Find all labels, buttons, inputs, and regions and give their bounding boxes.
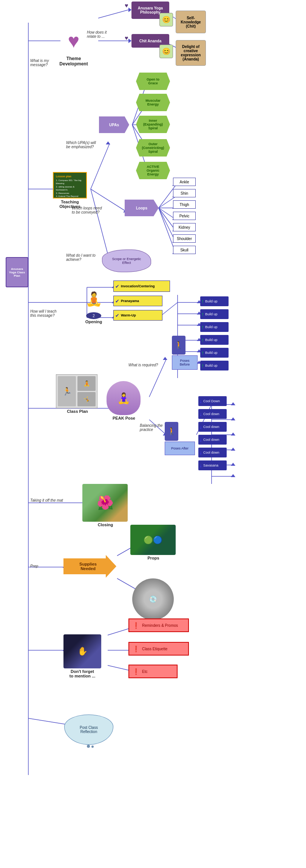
loops-box: Loops: [125, 200, 159, 216]
cooldown-text-0: Cool Down: [203, 399, 220, 403]
svg-marker-79: [231, 448, 235, 451]
main-label-full: AnusaraYoga ClassPlan: [9, 267, 25, 277]
cooldown-text-2: Cool down: [203, 425, 219, 429]
svg-marker-12: [106, 141, 110, 144]
chit-ananda-text: Chit Ananda: [139, 39, 162, 43]
question-loops: Which loops needto be conveyed?: [72, 206, 102, 214]
buildup-4: ↑ Build up: [200, 348, 229, 358]
etiquette-text: Class Etiquette: [142, 647, 167, 651]
question-upa: Which UPA(s) willbe emphasized?: [66, 141, 96, 149]
check2: ✔: [115, 298, 119, 304]
question-offmat: Taking it off the mat: [30, 498, 63, 502]
self-knowledge-text: Self-Knowledge(Chit): [181, 16, 201, 28]
svg-marker-67: [163, 357, 167, 360]
up-arrow-4: ↑: [201, 350, 204, 356]
supplies-box: SuppliesNeeded: [63, 555, 116, 578]
upa-item-2: Inner(Expanding)Spiral: [136, 116, 170, 133]
reminders-box: ❗ Reminders & Promos: [128, 618, 189, 632]
closing-image: 🌺: [82, 484, 128, 522]
warmup-box: ✔ Warm-Up: [113, 310, 162, 321]
upa-item-3: Outer(Constricting)Spiral: [136, 139, 170, 157]
down-arrow-sav: ↓: [199, 462, 202, 468]
dontforget-image: ✋: [63, 634, 101, 668]
chit-row: ♥: [125, 35, 128, 42]
svg-marker-81: [231, 463, 235, 466]
up-arrow-5: ↑: [201, 363, 204, 369]
loop-item-shoulder: Shoulder: [173, 234, 196, 243]
reflection-text: Post ClassReflection: [80, 725, 98, 734]
svg-marker-73: [231, 402, 235, 405]
upas-text: UPAs: [109, 123, 119, 127]
down-arrow-2: ↓: [199, 424, 202, 430]
smiley1: 😊: [159, 13, 173, 26]
pranayama-box: ✔ Pranayama: [113, 296, 162, 306]
main-label-box2: AnusaraYoga ClassPlan: [6, 257, 28, 287]
etc-text: Etc: [142, 670, 147, 674]
check3: ✔: [115, 313, 119, 318]
warmup-text: Warm-Up: [121, 313, 136, 317]
buildup-text-3: Build up: [205, 338, 218, 342]
teaching-obj-image: Lesson plan 1. Compass 001: "the big ble…: [53, 172, 87, 198]
self-knowledge-box: Self-Knowledge(Chit): [176, 11, 206, 33]
buildup-text-4: Build up: [205, 351, 218, 355]
poses-before-icon: 🚶: [172, 336, 185, 355]
invocation-box: ✔ Invocation/Centering: [113, 281, 170, 292]
loop-item-ankle: Ankle: [173, 178, 196, 186]
etc-box: ❗ Etc: [128, 665, 178, 678]
cooldown-text-4: Cool down: [203, 451, 219, 454]
pranayama-text: Pranayama: [121, 299, 139, 303]
opening-number: 2: [86, 312, 101, 319]
question-teach: How will I teachthis message?: [30, 309, 56, 318]
poses-before-box: PosesBefore: [172, 355, 198, 370]
down-arrow-0: ↓: [199, 398, 202, 404]
loop-item-kidney: Kidney: [173, 223, 196, 231]
buildup-text-1: Build up: [205, 312, 218, 316]
buildup-3: ↑ Build up: [200, 335, 229, 345]
question-required: What is required?: [128, 363, 158, 367]
exclaim2: ❗: [132, 645, 140, 653]
svg-line-11: [91, 144, 110, 189]
question-achieve: What do I want toachieve?: [66, 253, 96, 262]
upa-item-4: ACTIVEOrganic Energy: [136, 162, 170, 179]
svg-marker-75: [231, 417, 235, 420]
question-balancing: Balancing thepractice: [140, 423, 163, 432]
up-arrow-0: ↑: [201, 298, 204, 304]
peak-pose-label: PEAK Pose: [108, 416, 140, 420]
loops-text: Loops: [136, 206, 147, 210]
class-plan-image: 🏃 🧘 🤸: [56, 374, 97, 408]
up-arrow-2: ↑: [201, 324, 204, 330]
peak-pose-image: 🧘‍♀️: [107, 381, 141, 415]
philosophy-text: Anusara YogaPhilosophy: [138, 6, 163, 14]
supplies-text: SuppliesNeeded: [79, 562, 97, 571]
down-arrow-1: ↓: [199, 411, 202, 417]
loop-item-shin: Shin: [173, 189, 196, 197]
up-arrow-3: ↑: [201, 337, 204, 343]
buildup-2: ↑ Build up: [200, 322, 229, 332]
buildup-1: ↑ Build up: [200, 309, 229, 319]
scope-text: Scope or EnergeticEffect: [112, 257, 141, 265]
loop-item-skull: Skull: [173, 246, 196, 254]
buildup-5: ↑ Build up: [200, 361, 229, 370]
heart-icon-large: ♥: [59, 26, 89, 56]
diagram-container: Anusara AnusaraYoga ClassPlan What is my…: [0, 0, 306, 868]
savasana-box: ↓ Savasana: [198, 460, 227, 470]
up-arrow-1: ↑: [201, 311, 204, 317]
delight-text: Delight ofcreativeexpression(Ananda): [181, 45, 201, 61]
down-arrow-3: ↓: [199, 437, 202, 443]
cooldown-text-1: Cool down: [203, 412, 219, 416]
exclaim3: ❗: [132, 668, 140, 675]
cooldown-3: ↓ Cool down: [198, 435, 227, 445]
buildup-text-0: Build up: [205, 299, 218, 303]
svg-line-39: [91, 189, 110, 261]
upa-item-1: MuscularEnergy: [136, 94, 170, 111]
delight-box: Delight ofcreativeexpression(Ananda): [176, 40, 206, 66]
poses-after-box: Poses After: [165, 442, 195, 455]
cooldown-0: ↓ Cool Down: [198, 396, 227, 406]
loop-item-thigh: Thigh: [173, 200, 196, 209]
thought-dots: [87, 745, 94, 748]
savasana-text: Savasana: [203, 463, 218, 467]
props-image: 🟢🔵: [130, 525, 176, 555]
reminders-text: Reminders & Promos: [142, 623, 178, 628]
cooldown-4: ↓ Cool down: [198, 448, 227, 457]
scope-box: Scope or EnergeticEffect: [102, 250, 151, 272]
